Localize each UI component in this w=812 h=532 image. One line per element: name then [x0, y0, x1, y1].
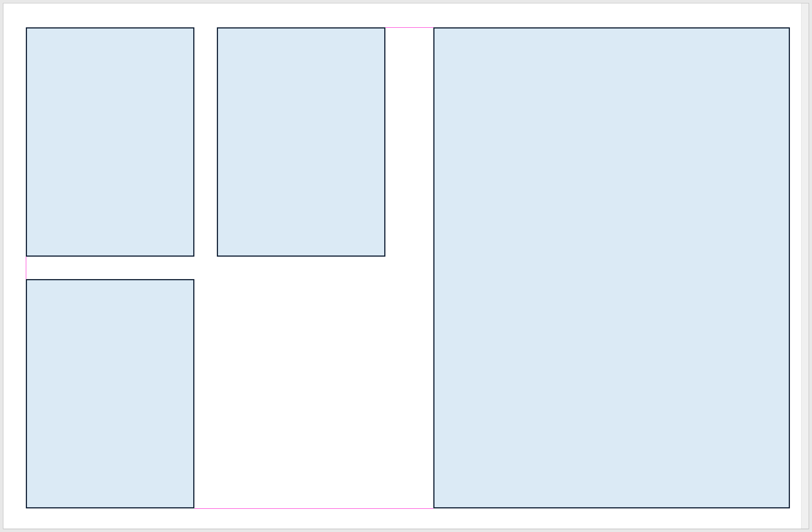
alignment-guide-bottom [194, 508, 433, 509]
image-frame-4[interactable] [433, 27, 790, 508]
vertical-scrollbar-track[interactable] [801, 3, 809, 529]
alignment-guide-top [385, 27, 433, 28]
image-frame-1[interactable] [26, 27, 194, 257]
document-canvas[interactable] [3, 3, 809, 529]
image-frame-3[interactable] [26, 279, 194, 508]
image-frame-2[interactable] [217, 27, 385, 257]
alignment-guide-left [26, 257, 26, 279]
